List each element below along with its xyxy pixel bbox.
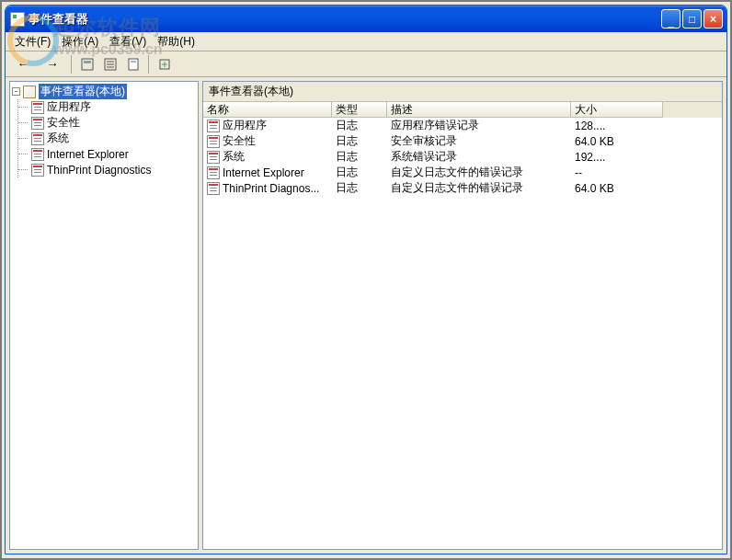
content-area: - 事件查看器(本地) 应用程序安全性系统Internet ExplorerTh… xyxy=(6,77,726,554)
tree-root-node[interactable]: - 事件查看器(本地) xyxy=(12,84,196,99)
list-row[interactable]: ThinPrint Diagnos...日志自定义日志文件的错误记录64.0 K… xyxy=(203,180,722,196)
row-desc: 自定义日志文件的错误记录 xyxy=(387,180,571,196)
svg-rect-6 xyxy=(129,59,138,70)
properties-button[interactable] xyxy=(122,54,143,74)
row-name: 系统 xyxy=(223,149,245,165)
row-desc: 系统错误记录 xyxy=(387,149,571,165)
row-type: 日志 xyxy=(332,180,387,196)
menu-file[interactable]: 文件(F) xyxy=(9,32,56,51)
forward-button[interactable]: → xyxy=(39,54,66,74)
row-size: 64.0 KB xyxy=(571,135,663,148)
row-type: 日志 xyxy=(332,118,387,133)
back-button[interactable]: ← xyxy=(9,54,37,74)
tree-item-label: 系统 xyxy=(47,131,69,146)
tree-item[interactable]: 安全性 xyxy=(18,115,196,131)
log-icon xyxy=(31,117,44,130)
tree-panel[interactable]: - 事件查看器(本地) 应用程序安全性系统Internet ExplorerTh… xyxy=(9,81,199,550)
toolbar-button-1[interactable] xyxy=(76,54,97,74)
close-button[interactable]: × xyxy=(703,9,723,29)
list-row[interactable]: Internet Explorer日志自定义日志文件的错误记录-- xyxy=(203,165,722,180)
list-row[interactable]: 应用程序日志应用程序错误记录128.... xyxy=(203,118,722,133)
log-icon xyxy=(31,148,44,161)
titlebar[interactable]: 事件查看器 _ □ × xyxy=(6,6,726,32)
col-size[interactable]: 大小 xyxy=(571,102,663,118)
log-icon xyxy=(207,166,220,179)
tree-root-label: 事件查看器(本地) xyxy=(39,84,127,99)
row-size: -- xyxy=(571,166,663,179)
tree-item[interactable]: 应用程序 xyxy=(18,99,196,115)
log-icon xyxy=(207,151,220,164)
log-icon xyxy=(31,101,44,114)
titlebar-buttons: _ □ × xyxy=(661,9,723,29)
log-icon xyxy=(31,132,44,145)
export-button[interactable] xyxy=(154,54,175,74)
col-type[interactable]: 类型 xyxy=(332,102,387,118)
list-row[interactable]: 系统日志系统错误记录192.... xyxy=(203,149,722,165)
log-icon xyxy=(31,164,44,177)
tree-item[interactable]: ThinPrint Diagnostics xyxy=(18,162,196,177)
maximize-button[interactable]: □ xyxy=(682,9,702,29)
menu-view[interactable]: 查看(V) xyxy=(104,32,152,51)
row-type: 日志 xyxy=(332,133,387,149)
right-panel-header: 事件查看器(本地) xyxy=(203,82,722,102)
row-type: 日志 xyxy=(332,149,387,165)
tree-item-label: Internet Explorer xyxy=(47,148,129,161)
toolbar: ← → xyxy=(6,51,726,77)
menu-action[interactable]: 操作(A) xyxy=(56,32,104,51)
menubar: 文件(F) 操作(A) 查看(V) 帮助(H) xyxy=(6,32,726,51)
main-window: 事件查看器 _ □ × 文件(F) 操作(A) 查看(V) 帮助(H) ← → xyxy=(5,5,727,554)
col-name[interactable]: 名称 xyxy=(203,102,332,118)
right-panel: 事件查看器(本地) 名称 类型 描述 大小 应用程序日志应用程序错误记录128.… xyxy=(202,81,723,550)
right-panel-title: 事件查看器(本地) xyxy=(209,84,293,99)
window-title: 事件查看器 xyxy=(29,11,88,28)
tree-item[interactable]: 系统 xyxy=(18,131,196,146)
toolbar-separator xyxy=(71,55,72,74)
menu-help[interactable]: 帮助(H) xyxy=(152,32,200,51)
col-desc[interactable]: 描述 xyxy=(387,102,571,118)
row-size: 64.0 KB xyxy=(571,182,663,195)
row-type: 日志 xyxy=(332,165,387,180)
list-columns: 名称 类型 描述 大小 xyxy=(203,102,722,118)
row-size: 128.... xyxy=(571,120,663,132)
row-name: ThinPrint Diagnos... xyxy=(223,182,319,195)
log-icon xyxy=(207,182,220,195)
tree-item-label: ThinPrint Diagnostics xyxy=(47,164,151,177)
tree-item[interactable]: Internet Explorer xyxy=(18,146,196,162)
row-size: 192.... xyxy=(571,151,663,164)
tree-item-label: 安全性 xyxy=(47,115,80,131)
row-desc: 应用程序错误记录 xyxy=(387,118,571,133)
list-area[interactable]: 名称 类型 描述 大小 应用程序日志应用程序错误记录128....安全性日志安全… xyxy=(203,102,722,549)
svg-rect-1 xyxy=(84,61,91,63)
minimize-button[interactable]: _ xyxy=(661,9,681,29)
log-icon xyxy=(207,135,220,148)
toolbar-separator-2 xyxy=(148,55,149,74)
row-name: 安全性 xyxy=(223,133,256,149)
app-icon xyxy=(10,12,25,27)
svg-rect-7 xyxy=(131,61,136,63)
svg-rect-0 xyxy=(82,59,93,70)
row-desc: 自定义日志文件的错误记录 xyxy=(387,165,571,180)
list-body: 应用程序日志应用程序错误记录128....安全性日志安全审核记录64.0 KB系… xyxy=(203,118,722,196)
outer-frame: 事件查看器 _ □ × 文件(F) 操作(A) 查看(V) 帮助(H) ← → xyxy=(0,0,732,560)
toolbar-button-2[interactable] xyxy=(99,54,120,74)
tree-item-label: 应用程序 xyxy=(47,99,91,115)
collapse-icon[interactable]: - xyxy=(12,87,20,96)
row-name: Internet Explorer xyxy=(223,166,304,179)
row-desc: 安全审核记录 xyxy=(387,133,571,149)
event-viewer-icon xyxy=(23,86,36,98)
list-row[interactable]: 安全性日志安全审核记录64.0 KB xyxy=(203,133,722,149)
log-icon xyxy=(207,120,220,132)
row-name: 应用程序 xyxy=(223,118,267,133)
